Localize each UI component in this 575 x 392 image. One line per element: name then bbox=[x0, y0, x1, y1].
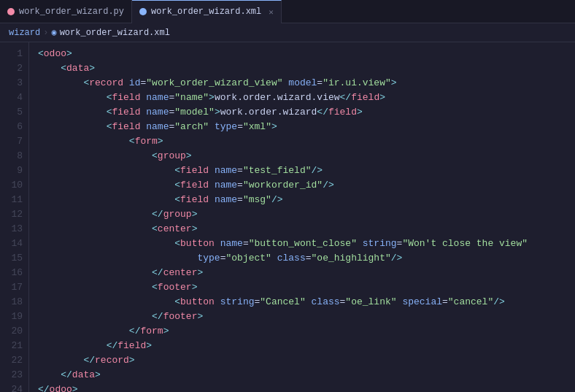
code-line: <field name="arch" type="xml"> bbox=[38, 120, 575, 134]
line-number: 20 bbox=[0, 324, 28, 339]
line-number: 5 bbox=[0, 105, 28, 120]
line-number: 7 bbox=[0, 134, 28, 149]
line-numbers: 1234567891011121314151617181920212223242… bbox=[0, 42, 29, 392]
code-line: </group> bbox=[38, 207, 575, 222]
code-line: <button name="button_wont_close" string=… bbox=[38, 237, 575, 251]
code-line: <field name="msg"/> bbox=[38, 193, 575, 207]
line-number: 24 bbox=[0, 383, 28, 392]
line-number: 8 bbox=[0, 149, 28, 164]
line-number: 3 bbox=[0, 76, 28, 91]
code-line: type="object" class="oe_highlight"/> bbox=[38, 251, 575, 266]
xml-tab-icon bbox=[139, 8, 147, 15]
code-line: </form> bbox=[38, 324, 575, 339]
code-line: <data> bbox=[38, 61, 575, 76]
line-number: 12 bbox=[0, 207, 28, 222]
line-number: 23 bbox=[0, 368, 28, 383]
code-line: </data> bbox=[38, 368, 575, 383]
breadcrumb: wizard › ◉ work_order_wizard.xml bbox=[0, 23, 575, 42]
line-number: 22 bbox=[0, 353, 28, 368]
line-number: 11 bbox=[0, 193, 28, 207]
tab-py[interactable]: work_order_wizard.py bbox=[0, 0, 132, 23]
line-number: 15 bbox=[0, 251, 28, 266]
breadcrumb-separator: › bbox=[43, 28, 48, 38]
breadcrumb-icon: ◉ bbox=[51, 27, 56, 38]
breadcrumb-filename: work_order_wizard.xml bbox=[60, 28, 170, 38]
close-tab-button[interactable]: ✕ bbox=[269, 7, 274, 17]
line-number: 6 bbox=[0, 120, 28, 134]
code-line: </field> bbox=[38, 339, 575, 353]
code-line: </footer> bbox=[38, 310, 575, 324]
code-line: <field name="model">work.order.wizard</f… bbox=[38, 105, 575, 120]
breadcrumb-part-wizard: wizard bbox=[9, 28, 40, 38]
code-line: <field name="workorder_id"/> bbox=[38, 178, 575, 193]
code-line: <button string="Cancel" class="oe_link" … bbox=[38, 295, 575, 310]
code-line: <form> bbox=[38, 134, 575, 149]
line-number: 10 bbox=[0, 178, 28, 193]
line-number: 4 bbox=[0, 91, 28, 105]
line-number: 17 bbox=[0, 280, 28, 295]
line-number: 19 bbox=[0, 310, 28, 324]
line-number: 18 bbox=[0, 295, 28, 310]
code-line: <group> bbox=[38, 149, 575, 164]
tab-xml-label: work_order_wizard.xml bbox=[151, 7, 261, 17]
code-area[interactable]: <odoo> <data> <record id="work_order_wiz… bbox=[29, 42, 575, 392]
tab-py-label: work_order_wizard.py bbox=[19, 7, 124, 17]
line-number: 14 bbox=[0, 237, 28, 251]
tab-bar: work_order_wizard.py work_order_wizard.x… bbox=[0, 0, 575, 23]
line-number: 1 bbox=[0, 47, 28, 61]
tab-xml[interactable]: work_order_wizard.xml ✕ bbox=[132, 0, 282, 23]
line-number: 16 bbox=[0, 266, 28, 280]
code-line: </odoo> bbox=[38, 383, 575, 392]
code-line: <odoo> bbox=[38, 47, 575, 61]
py-tab-icon bbox=[7, 8, 15, 15]
line-number: 21 bbox=[0, 339, 28, 353]
code-line: <field name="name">work.order.wizard.vie… bbox=[38, 91, 575, 105]
editor: 1234567891011121314151617181920212223242… bbox=[0, 42, 575, 392]
line-number: 2 bbox=[0, 61, 28, 76]
line-number: 13 bbox=[0, 222, 28, 237]
code-line: <center> bbox=[38, 222, 575, 237]
code-line: </record> bbox=[38, 353, 575, 368]
code-line: </center> bbox=[38, 266, 575, 280]
line-number: 9 bbox=[0, 164, 28, 178]
code-line: <record id="work_order_wizard_view" mode… bbox=[38, 76, 575, 91]
code-line: <footer> bbox=[38, 280, 575, 295]
code-line: <field name="test_field"/> bbox=[38, 164, 575, 178]
